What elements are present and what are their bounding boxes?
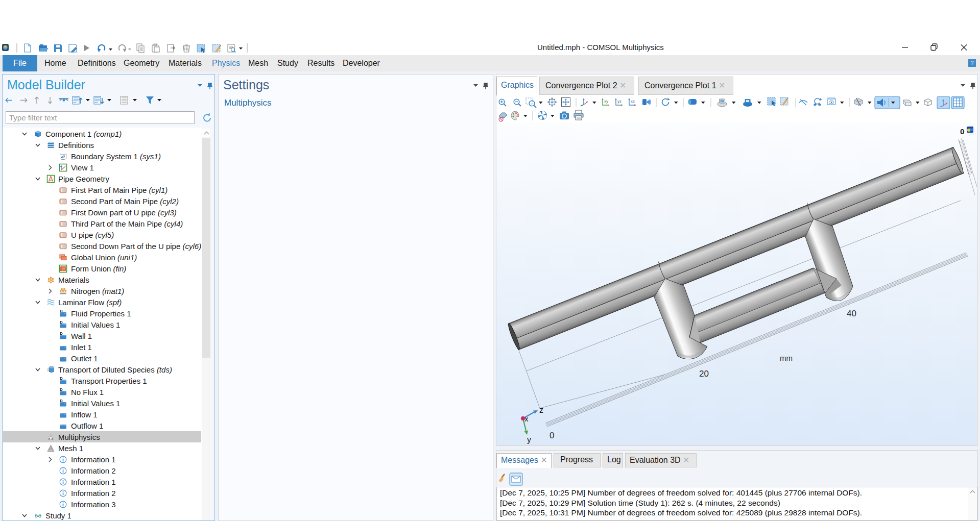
svg-text:xy: xy [604,99,608,104]
svg-text:yz: yz [617,99,622,104]
svg-text:40: 40 [847,309,856,318]
svg-text:xz: xz [631,99,635,104]
svg-text:0: 0 [960,127,964,136]
svg-text:z: z [539,406,543,414]
svg-text:y: y [527,435,531,444]
svg-text:x: x [524,414,529,423]
svg-text:mm: mm [780,354,793,362]
svg-text:20: 20 [699,369,709,379]
svg-text:0: 0 [549,431,554,440]
